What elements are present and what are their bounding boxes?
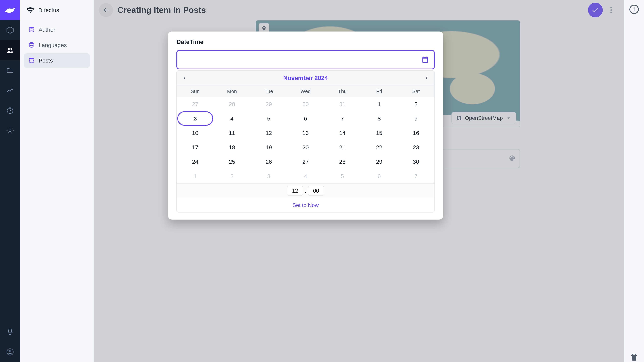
day-cell[interactable]: 28 — [324, 155, 361, 169]
account-icon[interactable] — [0, 342, 20, 362]
map-icon — [456, 115, 462, 121]
day-cell[interactable]: 5 — [324, 169, 361, 183]
svg-point-5 — [29, 42, 34, 44]
module-content[interactable] — [0, 20, 20, 40]
datetime-popover: DateTime November 2024 SunMonTueWedThuFr… — [168, 31, 443, 220]
map-style-label: OpenStreetMap — [465, 115, 503, 121]
day-cell[interactable]: 22 — [361, 140, 398, 155]
day-cell[interactable]: 13 — [287, 126, 324, 140]
palette-icon[interactable] — [508, 155, 516, 163]
day-cell[interactable]: 23 — [398, 140, 434, 155]
day-cell[interactable]: 18 — [214, 140, 250, 155]
save-button[interactable] — [588, 3, 603, 17]
day-cell[interactable]: 4 — [214, 111, 250, 126]
day-cell[interactable]: 6 — [361, 169, 398, 183]
datetime-input[interactable] — [176, 50, 435, 69]
database-icon — [28, 26, 35, 33]
day-cell[interactable]: 9 — [398, 111, 434, 126]
datetime-text-input[interactable] — [182, 56, 422, 63]
day-cell[interactable]: 5 — [250, 111, 287, 126]
day-cell[interactable]: 3 — [250, 169, 287, 183]
module-docs[interactable] — [0, 100, 20, 121]
dow-cell: Wed — [287, 86, 324, 97]
day-cell[interactable]: 21 — [324, 140, 361, 155]
day-cell[interactable]: 29 — [250, 97, 287, 111]
minute-input[interactable]: 00 — [308, 186, 324, 196]
day-cell[interactable]: 1 — [177, 169, 214, 183]
day-cell[interactable]: 7 — [398, 169, 434, 183]
map-style-select[interactable]: OpenStreetMap — [452, 112, 516, 124]
svg-point-7 — [610, 7, 612, 8]
revisions-icon[interactable] — [630, 353, 638, 362]
chevron-down-icon — [506, 115, 512, 121]
day-cell[interactable]: 17 — [177, 140, 214, 155]
day-cell[interactable]: 4 — [287, 169, 324, 183]
notifications-icon[interactable] — [0, 322, 20, 342]
day-cell[interactable]: 15 — [361, 126, 398, 140]
svg-point-9 — [610, 12, 612, 13]
day-cell[interactable]: 14 — [324, 126, 361, 140]
day-cell[interactable]: 2 — [214, 169, 250, 183]
day-cell[interactable]: 27 — [287, 155, 324, 169]
module-insights[interactable] — [0, 80, 20, 100]
day-cell[interactable]: 20 — [287, 140, 324, 155]
day-cell[interactable]: 8 — [361, 111, 398, 126]
day-cell[interactable]: 11 — [214, 126, 250, 140]
next-month-button[interactable] — [422, 73, 431, 83]
module-bar — [0, 0, 20, 362]
day-cell[interactable]: 30 — [287, 97, 324, 111]
day-cell[interactable]: 3 — [177, 111, 213, 126]
page-title: Creating Item in Posts — [118, 5, 206, 15]
dow-cell: Tue — [250, 86, 287, 97]
day-cell[interactable]: 2 — [398, 97, 434, 111]
svg-point-1 — [9, 130, 11, 132]
info-icon[interactable] — [630, 5, 639, 14]
more-button[interactable] — [607, 6, 615, 14]
dow-cell: Mon — [214, 86, 250, 97]
brand-row: Directus — [20, 0, 94, 20]
collection-sidebar: Directus Author Languages Posts — [20, 0, 94, 362]
dow-cell: Sat — [398, 86, 434, 97]
database-icon — [28, 42, 35, 48]
datetime-label: DateTime — [176, 38, 435, 45]
dow-cell: Thu — [324, 86, 361, 97]
day-cell[interactable]: 12 — [250, 126, 287, 140]
sidebar-item-label: Languages — [38, 42, 67, 48]
day-cell[interactable]: 7 — [324, 111, 361, 126]
day-grid: 2728293031123456789101112131415161718192… — [177, 97, 434, 183]
directus-logo[interactable] — [0, 0, 20, 20]
module-files[interactable] — [0, 60, 20, 80]
day-cell[interactable]: 24 — [177, 155, 214, 169]
day-cell[interactable]: 29 — [361, 155, 398, 169]
prev-month-button[interactable] — [180, 73, 189, 83]
set-to-now-button[interactable]: Set to Now — [177, 198, 434, 212]
brand-name: Directus — [38, 7, 59, 13]
day-cell[interactable]: 16 — [398, 126, 434, 140]
day-cell[interactable]: 26 — [250, 155, 287, 169]
sidebar-item-label: Author — [38, 26, 55, 33]
day-cell[interactable]: 19 — [250, 140, 287, 155]
day-cell[interactable]: 6 — [287, 111, 324, 126]
module-users[interactable] — [0, 40, 20, 60]
day-cell[interactable]: 27 — [177, 97, 214, 111]
time-row: 12 : 00 — [177, 183, 434, 198]
wifi-icon — [26, 7, 34, 13]
day-cell[interactable]: 28 — [214, 97, 250, 111]
module-settings[interactable] — [0, 121, 20, 141]
day-cell[interactable]: 25 — [214, 155, 250, 169]
time-colon: : — [305, 188, 306, 194]
day-cell[interactable]: 10 — [177, 126, 214, 140]
dow-cell: Fri — [361, 86, 398, 97]
day-cell[interactable]: 30 — [398, 155, 434, 169]
svg-point-8 — [610, 9, 612, 11]
sidebar-item-author[interactable]: Author — [24, 22, 90, 37]
sidebar-item-languages[interactable]: Languages — [24, 38, 90, 52]
hour-input[interactable]: 12 — [287, 186, 303, 196]
sidebar-item-posts[interactable]: Posts — [24, 53, 90, 68]
calendar-icon[interactable] — [422, 56, 429, 63]
month-year-label[interactable]: November 2024 — [283, 75, 328, 82]
dow-cell: Sun — [177, 86, 214, 97]
day-cell[interactable]: 1 — [361, 97, 398, 111]
back-button[interactable] — [99, 3, 113, 17]
day-cell[interactable]: 31 — [324, 97, 361, 111]
